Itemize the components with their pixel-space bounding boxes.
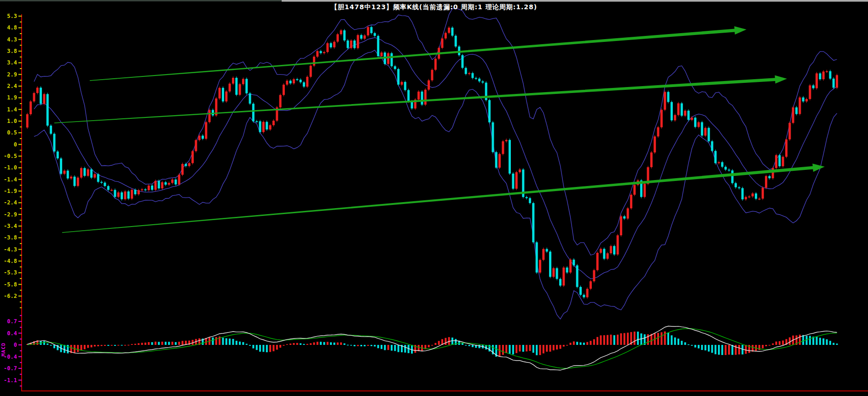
candle-body (174, 180, 177, 185)
candle-body (360, 35, 363, 39)
axis-tick-label: 5.3 (7, 13, 17, 19)
candle-body (539, 260, 541, 273)
macd-histogram-bar (320, 342, 322, 345)
macd-histogram-bar (307, 344, 308, 345)
axis-tick-label: -3.8 (4, 234, 17, 241)
candle-body (397, 69, 399, 85)
candle-body (232, 78, 234, 84)
candle-body (468, 73, 470, 74)
macd-histogram-bar (560, 345, 561, 349)
candle-body (718, 162, 720, 163)
candle-body (782, 157, 784, 167)
candle-body (77, 178, 79, 186)
macd-histogram-bar (590, 341, 591, 345)
candle-body (829, 71, 831, 79)
candle-body (148, 186, 150, 190)
candle-body (161, 182, 163, 188)
candle-body (64, 171, 66, 174)
candle-body (728, 169, 730, 170)
candle-body (549, 251, 551, 277)
candle-body (394, 66, 396, 69)
candle-body (724, 167, 727, 169)
candle-body (795, 107, 798, 114)
macd-histogram-bar (610, 335, 612, 345)
macd-histogram-bar (127, 345, 129, 346)
axis-tick-label: -1.0 (4, 164, 17, 171)
candle-body (667, 92, 670, 102)
candle-body (357, 35, 359, 48)
macd-histogram-bar (182, 341, 184, 345)
macd-histogram-bar (350, 345, 352, 346)
candle-body (266, 122, 268, 130)
candle-body (515, 172, 518, 189)
macd-histogram-bar (229, 338, 231, 345)
macd-histogram-bar (529, 345, 531, 351)
candle-body (87, 169, 89, 176)
macd-histogram-bar (317, 342, 318, 345)
bollinger-band-line (34, 8, 837, 255)
macd-histogram-bar (94, 345, 96, 347)
candle-body (60, 158, 62, 174)
candle-body (100, 182, 103, 183)
candle-body (576, 265, 579, 287)
chart-title: 【胆1478中123】频率K线(当前遗漏:0 周期:1 理论周期:1.28) (0, 3, 868, 12)
axis-tick-label: -2.4 (4, 199, 17, 206)
candle-body (711, 141, 713, 151)
axis-tick-label: 1.9 (7, 94, 17, 101)
macd-histogram-bar (809, 336, 811, 345)
candle-body (134, 190, 136, 194)
macd-histogram-bar (634, 332, 636, 345)
macd-histogram-bar (293, 343, 295, 345)
candle-body (688, 111, 690, 120)
candle-body (526, 197, 528, 198)
candle-body (799, 98, 801, 114)
macd-histogram-bar (377, 345, 379, 348)
macd-histogram-bar (836, 344, 838, 345)
candle-body (836, 75, 838, 87)
candle-body (181, 164, 184, 175)
macd-histogram-bar (715, 345, 717, 354)
macd-histogram-bar (279, 345, 281, 348)
candle-body (67, 171, 69, 179)
candle-body (455, 36, 457, 47)
macd-histogram-bar (769, 345, 770, 346)
candle-body (772, 168, 774, 178)
candle-body (50, 126, 52, 134)
candle-body (833, 79, 835, 88)
macd-histogram-bar (539, 345, 541, 355)
macd-histogram-bar (50, 345, 52, 346)
macd-histogram-bar (711, 345, 713, 353)
candle-body (219, 88, 221, 99)
macd-histogram-bar (117, 345, 119, 346)
axis-tick-label: 0 (14, 342, 17, 348)
macd-histogram-bar (104, 345, 106, 346)
candle-body (326, 43, 329, 52)
kline-macd-chart[interactable]: 5.34.84.33.83.42.92.41.91.41.00.50-0.5-1… (0, 0, 868, 396)
macd-histogram-bar (469, 345, 470, 346)
macd-histogram-bar (556, 345, 558, 349)
macd-histogram-bar (660, 332, 662, 345)
macd-histogram-bar (708, 345, 710, 352)
macd-histogram-bar (701, 345, 703, 350)
macd-histogram-bar (576, 342, 578, 345)
candle-body (333, 42, 336, 47)
candle-body (296, 79, 298, 80)
candle-body (70, 177, 72, 179)
candle-body (714, 151, 717, 163)
macd-histogram-bar (138, 343, 139, 345)
candle-body (279, 95, 282, 107)
candle-body (569, 260, 572, 273)
candle-body (556, 268, 558, 279)
candle-body (654, 136, 656, 152)
macd-histogram-bar (381, 345, 382, 349)
axis-tick-label: -4.3 (4, 246, 17, 253)
macd-histogram-bar (398, 345, 399, 352)
candle-body (391, 53, 393, 66)
candle-body (643, 184, 646, 197)
macd-histogram-bar (822, 338, 824, 345)
macd-histogram-bar (340, 343, 342, 345)
macd-histogram-bar (91, 345, 93, 347)
candle-body (323, 52, 325, 53)
candle-body (512, 174, 514, 189)
candle-body (29, 101, 32, 114)
